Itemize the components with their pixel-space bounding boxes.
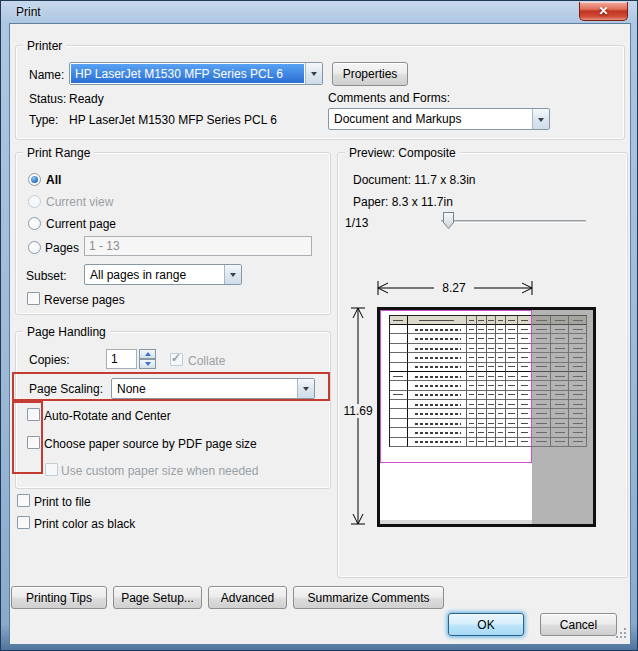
chevron-up-icon: [145, 349, 151, 356]
collate-label: Collate: [188, 354, 225, 368]
stepper-up-button[interactable]: [139, 349, 156, 359]
printer-group-label: Printer: [23, 39, 66, 53]
radio-all[interactable]: [28, 173, 41, 186]
print-to-file-checkbox[interactable]: [17, 494, 30, 507]
radio-pages-label: Pages: [45, 241, 79, 255]
radio-current-view: [28, 195, 41, 208]
custom-paper-size-checkbox: [45, 463, 58, 476]
page-setup-button[interactable]: Page Setup...: [113, 586, 202, 609]
print-color-black-checkbox[interactable]: [17, 516, 30, 529]
auto-rotate-label: Auto-Rotate and Center: [44, 409, 171, 423]
clipped-region-overlay: [532, 310, 593, 524]
paper-bottom-edge: [380, 520, 532, 524]
comments-forms-label: Comments and Forms:: [328, 91, 450, 105]
preview-page: [377, 307, 596, 527]
chevron-down-icon: [538, 118, 544, 125]
comments-forms-value: Document and Markups: [329, 109, 532, 129]
radio-pages[interactable]: [28, 241, 41, 254]
chevron-down-icon: [230, 273, 236, 280]
pages-range-input[interactable]: 1 - 13: [84, 236, 312, 256]
preview-page-indicator: 1/13: [345, 216, 368, 230]
annotation-box-checkboxes: [12, 401, 43, 474]
printer-name-label: Name:: [29, 68, 64, 82]
copies-stepper[interactable]: [139, 349, 156, 369]
custom-paper-size-label: Use custom paper size when needed: [61, 464, 258, 478]
chevron-down-icon: [145, 362, 151, 369]
print-color-black-label: Print color as black: [34, 517, 135, 531]
preview-paper-info: Paper: 8.3 x 11.7in: [353, 195, 453, 209]
comments-forms-dropdown-button[interactable]: [532, 109, 549, 129]
subset-value: All pages in range: [85, 265, 224, 284]
page-handling-group-label: Page Handling: [23, 325, 110, 339]
titlebar[interactable]: Print ✕: [1, 1, 637, 23]
properties-button[interactable]: Properties: [332, 62, 408, 86]
radio-current-page[interactable]: [28, 217, 41, 230]
status-value: Ready: [69, 92, 104, 106]
reverse-pages-checkbox[interactable]: [27, 292, 40, 305]
printer-name-value: HP LaserJet M1530 MFP Series PCL 6: [71, 64, 304, 83]
radio-all-label: All: [46, 173, 61, 187]
type-value: HP LaserJet M1530 MFP Series PCL 6: [69, 113, 277, 127]
close-icon: ✕: [598, 5, 608, 17]
stepper-down-button[interactable]: [139, 359, 156, 369]
close-button[interactable]: ✕: [579, 2, 628, 21]
preview-page-slider[interactable]: [441, 220, 586, 223]
comments-forms-select[interactable]: Document and Markups: [328, 108, 550, 130]
radio-current-view-label: Current view: [46, 195, 113, 209]
window-title: Print: [16, 5, 41, 19]
cancel-button[interactable]: Cancel: [540, 613, 617, 636]
height-dimension-value: 11.69: [339, 404, 377, 418]
print-to-file-label: Print to file: [34, 495, 91, 509]
type-label: Type:: [29, 113, 58, 127]
annotation-box-page-scaling: [12, 372, 330, 401]
copies-label: Copies:: [29, 353, 70, 367]
advanced-button[interactable]: Advanced: [208, 586, 287, 609]
printer-name-select[interactable]: HP LaserJet M1530 MFP Series PCL 6: [69, 62, 323, 85]
ok-button[interactable]: OK: [448, 613, 524, 636]
collate-checkbox: ✓: [170, 353, 183, 366]
check-icon: ✓: [171, 351, 181, 365]
preview-document-info: Document: 11.7 x 8.3in: [353, 173, 476, 187]
resize-grip[interactable]: [616, 628, 626, 638]
subset-label: Subset:: [26, 269, 67, 283]
status-label: Status:: [29, 92, 66, 106]
copies-input[interactable]: 1: [106, 349, 137, 369]
preview-group-label: Preview: Composite: [345, 146, 460, 160]
printable-area-outline: [380, 310, 532, 463]
choose-paper-source-label: Choose paper source by PDF page size: [44, 437, 257, 451]
radio-current-page-label: Current page: [46, 217, 116, 231]
reverse-pages-label: Reverse pages: [44, 293, 125, 307]
printer-name-dropdown-button[interactable]: [305, 63, 322, 84]
summarize-comments-button[interactable]: Summarize Comments: [293, 586, 444, 609]
printing-tips-button[interactable]: Printing Tips: [11, 586, 107, 609]
width-dimension-value: 8.27: [434, 281, 474, 295]
subset-select[interactable]: All pages in range: [84, 264, 242, 285]
chevron-down-icon: [311, 72, 317, 79]
print-range-group-label: Print Range: [23, 146, 94, 160]
print-range-group: [15, 152, 331, 315]
print-dialog: Print ✕ Printer Name: HP LaserJet M1530 …: [0, 0, 638, 651]
subset-dropdown-button[interactable]: [224, 265, 241, 284]
